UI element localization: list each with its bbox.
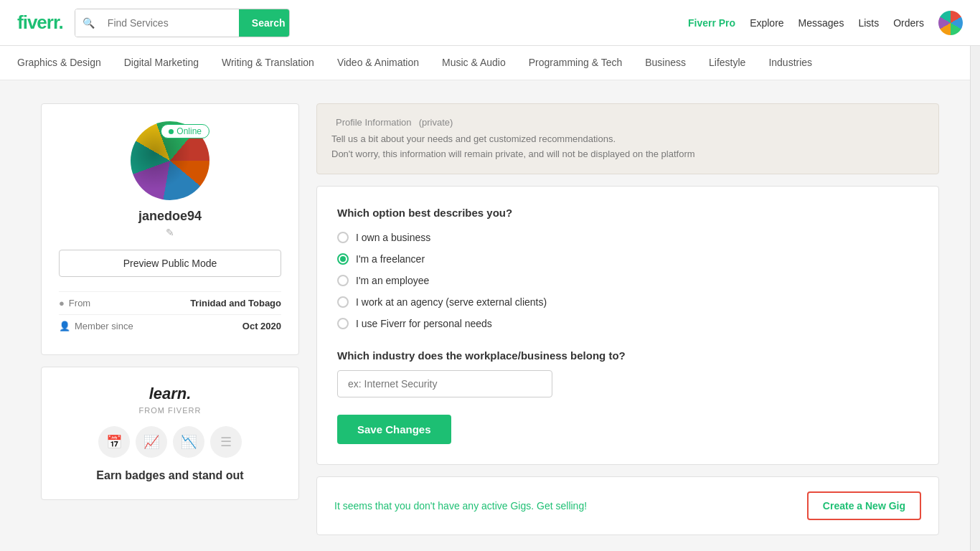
nav-digital-marketing[interactable]: Digital Marketing — [124, 47, 199, 80]
logo[interactable]: fiverr. — [17, 11, 63, 34]
radio-label-3: I'm an employee — [356, 275, 429, 286]
right-content: Profile Information (private) Tell us a … — [316, 103, 939, 535]
header-left: fiverr. 🔍 Search — [17, 9, 290, 37]
profile-meta: ● From Trinidad and Tobago 👤 Member sinc… — [59, 291, 281, 337]
from-label: ● From — [59, 298, 90, 309]
radio-dot-2 — [340, 256, 346, 262]
no-gigs-banner: It seems that you don't have any active … — [316, 476, 939, 535]
radio-label-5: I use Fiverr for personal needs — [356, 318, 492, 329]
learn-card: learn. From Fiverr 📅 📈 📉 ☰ Earn badges a… — [41, 367, 299, 500]
create-new-gig-button[interactable]: Create a New Gig — [807, 491, 921, 520]
nav-business[interactable]: Business — [645, 47, 686, 80]
preview-public-mode-button[interactable]: Preview Public Mode — [59, 250, 281, 277]
radio-circle-5 — [337, 318, 349, 329]
online-dot — [169, 129, 174, 134]
industry-input[interactable] — [337, 370, 552, 397]
category-nav: Graphics & Design Digital Marketing Writ… — [0, 46, 980, 80]
radio-label-2: I'm a freelancer — [356, 253, 425, 265]
from-value: Trinidad and Tobago — [190, 298, 281, 309]
radio-freelancer[interactable]: I'm a freelancer — [337, 253, 918, 265]
learn-icons: 📅 📈 📉 ☰ — [98, 426, 242, 458]
save-changes-button[interactable]: Save Changes — [337, 415, 451, 444]
logo-dot: . — [59, 11, 63, 33]
from-row: ● From Trinidad and Tobago — [59, 291, 281, 314]
lists-link[interactable]: Lists — [858, 17, 879, 29]
main-content: Online janedoe94 ✎ Preview Public Mode ●… — [24, 80, 956, 551]
nav-industries[interactable]: Industries — [768, 47, 812, 80]
search-box: 🔍 Search — [75, 9, 290, 37]
radio-own-business[interactable]: I own a business — [337, 232, 918, 243]
radio-label-1: I own a business — [356, 232, 430, 243]
nav-video-animation[interactable]: Video & Animation — [337, 47, 419, 80]
edit-icon[interactable]: ✎ — [166, 227, 174, 238]
fiverr-pro-link[interactable]: Fiverr Pro — [688, 17, 735, 29]
messages-link[interactable]: Messages — [798, 17, 844, 29]
radio-circle-2 — [337, 253, 349, 265]
online-badge: Online — [161, 124, 209, 138]
earn-badges-title: Earn badges and stand out — [96, 469, 243, 482]
username: janedoe94 — [138, 209, 202, 224]
profile-form-card: Which option best describes you? I own a… — [316, 186, 939, 465]
no-gigs-text: It seems that you don't have any active … — [334, 500, 587, 512]
radio-employee[interactable]: I'm an employee — [337, 275, 918, 286]
banner-line1: Tell us a bit about your needs and get c… — [331, 132, 924, 147]
avatar-wrap: Online — [131, 121, 209, 200]
radio-circle-4 — [337, 296, 349, 308]
radio-label-4: I work at an agency (serve external clie… — [356, 296, 547, 308]
logo-text: fiverr — [17, 11, 59, 33]
person-icon: 👤 — [59, 321, 70, 331]
orders-link[interactable]: Orders — [893, 17, 924, 29]
radio-personal[interactable]: I use Fiverr for personal needs — [337, 318, 918, 329]
search-button[interactable]: Search — [239, 9, 290, 37]
profile-info-banner: Profile Information (private) Tell us a … — [316, 103, 939, 174]
radio-agency[interactable]: I work at an agency (serve external clie… — [337, 296, 918, 308]
location-icon: ● — [59, 298, 65, 309]
learn-icon-3: 📉 — [173, 426, 204, 458]
learn-icon-1: 📅 — [98, 426, 130, 458]
member-since-label: 👤 Member since — [59, 321, 133, 331]
nav-writing-translation[interactable]: Writing & Translation — [222, 47, 314, 80]
explore-link[interactable]: Explore — [750, 17, 783, 29]
banner-line2: Don't worry, this information will remai… — [331, 147, 924, 162]
search-input[interactable] — [102, 9, 239, 37]
scrollbar[interactable] — [970, 0, 980, 551]
user-avatar[interactable] — [938, 11, 963, 35]
banner-title: Profile Information (private) — [331, 116, 924, 128]
learn-icon-4: ☰ — [210, 426, 242, 458]
profile-card: Online janedoe94 ✎ Preview Public Mode ●… — [41, 103, 299, 355]
online-text: Online — [176, 126, 202, 136]
radio-group: I own a business I'm a freelancer I'm an… — [337, 232, 918, 329]
learn-subtitle: From Fiverr — [139, 406, 202, 415]
nav-programming-tech[interactable]: Programming & Tech — [529, 47, 622, 80]
sidebar: Online janedoe94 ✎ Preview Public Mode ●… — [41, 103, 299, 535]
header-right: Fiverr Pro Explore Messages Lists Orders — [688, 11, 963, 35]
nav-music-audio[interactable]: Music & Audio — [442, 47, 506, 80]
member-since-row: 👤 Member since Oct 2020 — [59, 314, 281, 337]
learn-logo: learn. — [149, 385, 192, 403]
form-question: Which option best describes you? — [337, 207, 918, 219]
search-icon: 🔍 — [75, 9, 102, 37]
radio-circle-3 — [337, 275, 349, 286]
nav-lifestyle[interactable]: Lifestyle — [709, 47, 745, 80]
industry-question: Which industry does the workplace/busine… — [337, 349, 918, 362]
learn-icon-2: 📈 — [136, 426, 167, 458]
radio-circle-1 — [337, 232, 349, 243]
nav-graphics-design[interactable]: Graphics & Design — [17, 47, 101, 80]
member-since-value: Oct 2020 — [242, 321, 281, 331]
header: fiverr. 🔍 Search Fiverr Pro Explore Mess… — [0, 0, 980, 46]
